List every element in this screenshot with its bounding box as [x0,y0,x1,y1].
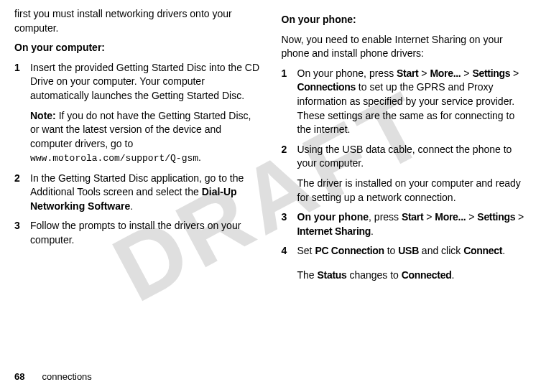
right-column: On your phone: Now, you need to enable I… [282,7,527,289]
r3-period: . [371,225,374,237]
step-body: On your phone, press Start > More... > S… [297,67,527,137]
step-body: Set PC Connection to USB and click Conne… [297,244,527,282]
note-label: Note: [30,110,56,121]
r2-a: Using the USB data cable, connect the ph… [297,143,527,171]
r4-b: to [384,245,398,256]
ui-connect: Connect [463,245,502,256]
right-step-3: 3 On your phone, press Start > More... >… [282,210,527,238]
r4-c: and click [419,245,463,256]
content-columns: first you must install networking driver… [14,7,527,289]
intro-text: first you must install networking driver… [14,7,260,35]
right-heading: On your phone: [282,13,527,27]
step-number: 4 [282,244,297,282]
left-heading: On your computer: [14,41,260,55]
status-a: The [297,269,318,281]
ui-more: More... [435,211,466,223]
ui-connections: Connections [297,81,356,93]
r1-a: On your phone, press [297,67,397,79]
left-step-1: 1 Insert the provided Getting Started Di… [14,61,260,103]
step-number: 2 [14,172,30,214]
step-number: 1 [14,61,30,103]
ui-connected: Connected [402,269,452,281]
right-intro: Now, you need to enable Internet Sharing… [282,33,527,61]
ui-start: Start [402,211,423,223]
left-step-2: 2 In the Getting Started Disc applicatio… [14,172,260,214]
page-number: 68 [14,371,24,382]
step-body: Using the USB data cable, connect the ph… [297,143,527,205]
r4-d: . [502,245,505,256]
gt: > [423,211,435,223]
status-b: changes to [347,269,402,281]
step-number: 3 [14,219,30,247]
note-text: If you do not have the Getting Started D… [30,110,251,149]
step-body: Insert the provided Getting Started Disc… [30,61,260,103]
status-line: The Status changes to Connected. [297,269,527,283]
gt: > [515,211,524,223]
step-number: 1 [282,67,297,137]
footer: 68connections [14,370,92,383]
left-column: first you must install networking driver… [14,7,260,289]
right-step-4: 4 Set PC Connection to USB and click Con… [282,244,527,282]
r4-a: Set [297,245,315,256]
section-name: connections [42,371,91,382]
step-body: Follow the prompts to install the driver… [30,219,260,247]
step-body: On your phone, press Start > More... > S… [297,210,527,238]
gt: > [418,67,430,79]
step2-text-c: . [130,200,133,212]
left-note: Note: If you do not have the Getting Sta… [30,109,260,166]
step-number: 3 [282,210,297,238]
right-step-2: 2 Using the USB data cable, connect the … [282,143,527,205]
r3-bold: On your phone [297,211,369,223]
right-step-1: 1 On your phone, press Start > More... >… [282,67,527,137]
step-number: 2 [282,143,297,205]
ui-start: Start [397,67,418,79]
status-c: . [451,269,454,281]
gt: > [466,211,477,223]
left-step-3: 3 Follow the prompts to install the driv… [14,219,260,247]
ui-more: More... [430,67,461,79]
r3-a: , press [369,211,402,223]
gt: > [461,67,472,79]
ui-settings: Settings [472,67,510,79]
ui-status: Status [318,269,347,281]
r2-b: The driver is installed on your computer… [297,177,527,205]
step-body: In the Getting Started Disc application,… [30,172,260,214]
gt: > [510,67,519,79]
note-url: www.motorola.com/support/Q-gsm [30,153,198,164]
note-period: . [198,151,201,163]
ui-internet-sharing: Internet Sharing [297,225,371,237]
ui-usb: USB [398,245,419,256]
ui-settings: Settings [477,211,515,223]
ui-pc-connection: PC Connection [315,245,384,256]
